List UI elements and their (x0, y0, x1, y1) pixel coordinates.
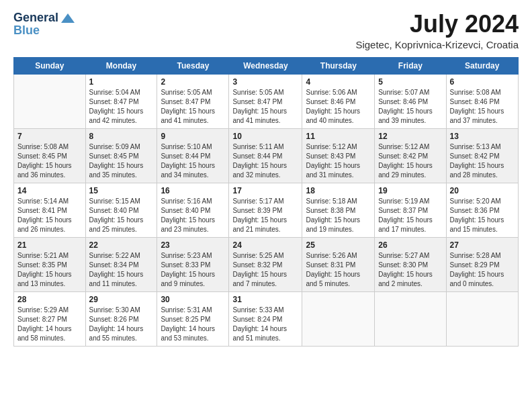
title-section: July 2024 Sigetec, Koprivnica-Krizevci, … (355, 11, 519, 50)
day-info: Sunrise: 5:27 AMSunset: 8:30 PMDaylight:… (378, 251, 442, 289)
day-number: 28 (17, 295, 82, 304)
day-info: Sunrise: 5:17 AMSunset: 8:39 PMDaylight:… (232, 197, 298, 234)
day-info: Sunrise: 5:18 AMSunset: 8:38 PMDaylight:… (306, 197, 371, 234)
day-number: 3 (232, 77, 298, 87)
week-row-1: 1Sunrise: 5:04 AMSunset: 8:47 PMDaylight… (14, 74, 519, 128)
day-number: 25 (306, 240, 371, 250)
day-number: 5 (378, 77, 442, 87)
day-info: Sunrise: 5:08 AMSunset: 8:45 PMDaylight:… (17, 142, 82, 180)
cell-w4-d2: 22Sunrise: 5:22 AMSunset: 8:34 PMDayligh… (85, 237, 157, 291)
cell-w3-d2: 15Sunrise: 5:15 AMSunset: 8:40 PMDayligh… (85, 183, 157, 237)
day-info: Sunrise: 5:21 AMSunset: 8:35 PMDaylight:… (17, 251, 82, 289)
cell-w2-d3: 9Sunrise: 5:10 AMSunset: 8:44 PMDaylight… (157, 128, 229, 183)
day-number: 6 (450, 77, 515, 87)
day-number: 10 (232, 132, 298, 141)
day-info: Sunrise: 5:22 AMSunset: 8:34 PMDaylight:… (89, 251, 154, 289)
cell-w5-d5 (302, 291, 375, 346)
day-number: 19 (378, 186, 442, 195)
day-info: Sunrise: 5:25 AMSunset: 8:32 PMDaylight:… (232, 251, 298, 289)
cell-w3-d5: 18Sunrise: 5:18 AMSunset: 8:38 PMDayligh… (302, 183, 375, 237)
logo-general: General (13, 11, 58, 25)
day-number: 7 (17, 132, 82, 141)
day-number: 22 (89, 240, 154, 250)
day-info: Sunrise: 5:04 AMSunset: 8:47 PMDaylight:… (89, 88, 154, 126)
cell-w5-d2: 29Sunrise: 5:30 AMSunset: 8:26 PMDayligh… (85, 291, 157, 346)
week-row-3: 14Sunrise: 5:14 AMSunset: 8:41 PMDayligh… (14, 183, 519, 237)
col-thursday: Thursday (302, 57, 375, 74)
day-info: Sunrise: 5:07 AMSunset: 8:46 PMDaylight:… (378, 88, 442, 126)
calendar: Sunday Monday Tuesday Wednesday Thursday… (13, 57, 519, 347)
day-info: Sunrise: 5:19 AMSunset: 8:37 PMDaylight:… (378, 197, 442, 234)
cell-w2-d4: 10Sunrise: 5:11 AMSunset: 8:44 PMDayligh… (229, 128, 302, 183)
cell-w4-d4: 24Sunrise: 5:25 AMSunset: 8:32 PMDayligh… (229, 237, 302, 291)
col-tuesday: Tuesday (157, 57, 229, 74)
cell-w1-d7: 6Sunrise: 5:08 AMSunset: 8:46 PMDaylight… (446, 74, 518, 128)
col-monday: Monday (85, 57, 157, 74)
header: General Blue July 2024 Sigetec, Koprivni… (13, 11, 519, 50)
cell-w2-d5: 11Sunrise: 5:12 AMSunset: 8:43 PMDayligh… (302, 128, 375, 183)
day-info: Sunrise: 5:23 AMSunset: 8:33 PMDaylight:… (161, 251, 225, 289)
day-number: 20 (450, 186, 515, 195)
day-info: Sunrise: 5:14 AMSunset: 8:41 PMDaylight:… (17, 197, 82, 234)
logo: General Blue (13, 11, 75, 38)
cell-w3-d3: 16Sunrise: 5:16 AMSunset: 8:40 PMDayligh… (157, 183, 229, 237)
day-number: 17 (232, 186, 298, 195)
day-number: 2 (161, 77, 225, 87)
day-number: 9 (161, 132, 225, 141)
day-number: 12 (378, 132, 442, 141)
cell-w1-d2: 1Sunrise: 5:04 AMSunset: 8:47 PMDaylight… (85, 74, 157, 128)
day-info: Sunrise: 5:05 AMSunset: 8:47 PMDaylight:… (161, 88, 225, 126)
day-info: Sunrise: 5:12 AMSunset: 8:42 PMDaylight:… (378, 142, 442, 180)
day-number: 13 (450, 132, 515, 141)
day-info: Sunrise: 5:06 AMSunset: 8:46 PMDaylight:… (306, 88, 371, 126)
day-number: 15 (89, 186, 154, 195)
cell-w4-d1: 21Sunrise: 5:21 AMSunset: 8:35 PMDayligh… (14, 237, 86, 291)
day-info: Sunrise: 5:20 AMSunset: 8:36 PMDaylight:… (450, 197, 515, 234)
cell-w3-d1: 14Sunrise: 5:14 AMSunset: 8:41 PMDayligh… (14, 183, 86, 237)
logo-blue: Blue (13, 24, 40, 38)
day-number: 30 (161, 295, 225, 304)
cell-w4-d5: 25Sunrise: 5:26 AMSunset: 8:31 PMDayligh… (302, 237, 375, 291)
day-number: 16 (161, 186, 225, 195)
cell-w2-d6: 12Sunrise: 5:12 AMSunset: 8:42 PMDayligh… (375, 128, 446, 183)
day-info: Sunrise: 5:09 AMSunset: 8:45 PMDaylight:… (89, 142, 154, 180)
cell-w3-d7: 20Sunrise: 5:20 AMSunset: 8:36 PMDayligh… (446, 183, 518, 237)
cell-w1-d5: 4Sunrise: 5:06 AMSunset: 8:46 PMDaylight… (302, 74, 375, 128)
day-info: Sunrise: 5:12 AMSunset: 8:43 PMDaylight:… (306, 142, 371, 180)
day-info: Sunrise: 5:15 AMSunset: 8:40 PMDaylight:… (89, 197, 154, 234)
day-number: 23 (161, 240, 225, 250)
day-info: Sunrise: 5:16 AMSunset: 8:40 PMDaylight:… (161, 197, 225, 234)
day-info: Sunrise: 5:31 AMSunset: 8:25 PMDaylight:… (161, 306, 225, 343)
day-number: 11 (306, 132, 371, 141)
day-number: 4 (306, 77, 371, 87)
cell-w1-d1 (14, 74, 86, 128)
cell-w5-d1: 28Sunrise: 5:29 AMSunset: 8:27 PMDayligh… (14, 291, 86, 346)
col-sunday: Sunday (14, 57, 86, 74)
cell-w4-d6: 26Sunrise: 5:27 AMSunset: 8:30 PMDayligh… (375, 237, 446, 291)
cell-w1-d4: 3Sunrise: 5:05 AMSunset: 8:47 PMDaylight… (229, 74, 302, 128)
cell-w1-d6: 5Sunrise: 5:07 AMSunset: 8:46 PMDaylight… (375, 74, 446, 128)
day-info: Sunrise: 5:10 AMSunset: 8:44 PMDaylight:… (161, 142, 225, 180)
day-info: Sunrise: 5:26 AMSunset: 8:31 PMDaylight:… (306, 251, 371, 289)
day-number: 27 (450, 240, 515, 250)
day-info: Sunrise: 5:05 AMSunset: 8:47 PMDaylight:… (232, 88, 298, 126)
day-info: Sunrise: 5:33 AMSunset: 8:24 PMDaylight:… (232, 306, 298, 343)
cell-w1-d3: 2Sunrise: 5:05 AMSunset: 8:47 PMDaylight… (157, 74, 229, 128)
day-number: 26 (378, 240, 442, 250)
cell-w5-d3: 30Sunrise: 5:31 AMSunset: 8:25 PMDayligh… (157, 291, 229, 346)
day-number: 1 (89, 77, 154, 87)
logo-triangle-icon (61, 13, 75, 23)
day-number: 31 (232, 295, 298, 304)
cell-w5-d4: 31Sunrise: 5:33 AMSunset: 8:24 PMDayligh… (229, 291, 302, 346)
day-number: 21 (17, 240, 82, 250)
day-info: Sunrise: 5:13 AMSunset: 8:42 PMDaylight:… (450, 142, 515, 180)
col-friday: Friday (375, 57, 446, 74)
page: General Blue July 2024 Sigetec, Koprivni… (0, 0, 532, 411)
day-info: Sunrise: 5:11 AMSunset: 8:44 PMDaylight:… (232, 142, 298, 180)
subtitle: Sigetec, Koprivnica-Krizevci, Croatia (355, 39, 519, 50)
cell-w2-d1: 7Sunrise: 5:08 AMSunset: 8:45 PMDaylight… (14, 128, 86, 183)
cell-w4-d7: 27Sunrise: 5:28 AMSunset: 8:29 PMDayligh… (446, 237, 518, 291)
day-number: 29 (89, 295, 154, 304)
day-info: Sunrise: 5:28 AMSunset: 8:29 PMDaylight:… (450, 251, 515, 289)
day-info: Sunrise: 5:30 AMSunset: 8:26 PMDaylight:… (89, 306, 154, 343)
